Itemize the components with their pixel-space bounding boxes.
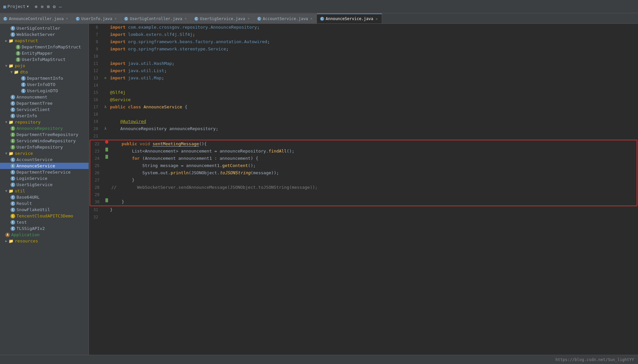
project-label[interactable]: ■ Project ▼ bbox=[3, 4, 29, 9]
minimize-icon[interactable]: — bbox=[59, 4, 62, 9]
sidebar-item-dept-tree-service[interactable]: C DepartmentTreeService bbox=[0, 169, 89, 175]
chevron-right-icon: ▶ bbox=[5, 39, 7, 42]
sidebar-item-tlssig[interactable]: C TLSSigAPIv2 bbox=[0, 225, 89, 232]
tabs-bar: C AnnounceController.java × C UserInfo.j… bbox=[0, 13, 638, 24]
sidebar-item-pojo[interactable]: ▼ 📁 pojo bbox=[0, 63, 89, 69]
file-c-icon: C bbox=[11, 107, 15, 112]
sidebar-item-login-service[interactable]: C LoginService bbox=[0, 175, 89, 182]
sidebar-item-websocket-server[interactable]: C WebSocketServer bbox=[0, 31, 89, 38]
sidebar-item-dept-mapstruct[interactable]: I DepartmentInfoMapStruct bbox=[0, 44, 89, 50]
sidebar-item-service-folder[interactable]: ▼ 📁 service bbox=[0, 150, 89, 156]
sidebar-item-dept-tree[interactable]: C DepartmentTree bbox=[0, 100, 89, 106]
tab-usersig-controller[interactable]: C UserSigController.java × bbox=[121, 14, 191, 23]
code-editor[interactable]: 6 import com.example.crossgov.repository… bbox=[89, 24, 638, 355]
file-i-icon: I bbox=[11, 145, 15, 150]
tab-icon-6: C bbox=[320, 17, 324, 21]
sidebar-item-userinfo-dto[interactable]: C UserInfoDTO bbox=[0, 81, 89, 88]
layout-icon[interactable]: ⊞ bbox=[47, 4, 49, 9]
globe-icon[interactable]: ⊕ bbox=[35, 4, 37, 9]
sidebar-label: AnnounceRepository bbox=[16, 126, 63, 131]
sidebar-item-service-client[interactable]: C ServiceClient bbox=[0, 106, 89, 113]
sidebar-item-announce-repo[interactable]: I AnnounceRepository bbox=[0, 125, 89, 131]
sidebar-label: LoginService bbox=[16, 176, 47, 181]
sidebar-item-account-service[interactable]: C AccountService bbox=[0, 156, 89, 163]
tab-announce-controller[interactable]: C AnnounceController.java × bbox=[0, 14, 72, 23]
sidebar-item-dept-repo[interactable]: I DepartmentTreeRepository bbox=[0, 131, 89, 138]
code-line-17: 17 λ public class AnnounceService { bbox=[89, 103, 638, 111]
file-c-icon: C bbox=[11, 176, 15, 181]
sidebar-item-userinfo-repo[interactable]: I UserInfoRepository bbox=[0, 144, 89, 150]
code-line-20: 20 λ AnnounceRepository announceReposito… bbox=[89, 125, 638, 132]
tab-userinfo[interactable]: C UserInfo.java × bbox=[72, 14, 121, 23]
code-line-23: 23 List<Announcement> announcement = ann… bbox=[90, 148, 637, 155]
tab-close-4[interactable]: × bbox=[247, 16, 250, 21]
file-c-icon: C bbox=[11, 157, 15, 162]
sidebar-item-base64url[interactable]: C Base64URL bbox=[0, 194, 89, 200]
sidebar-label: pojo bbox=[15, 63, 25, 68]
file-c-icon: C bbox=[21, 76, 26, 81]
sidebar-item-dto[interactable]: ▼ 📁 dto bbox=[0, 69, 89, 75]
sidebar-item-entity-mapper[interactable]: I EntityMapper bbox=[0, 50, 89, 56]
sidebar-item-usersig-controller[interactable]: C UserSigController bbox=[0, 25, 89, 31]
file-c-icon: C bbox=[11, 220, 15, 225]
tab-close-6[interactable]: × bbox=[375, 17, 378, 21]
file-i-icon: I bbox=[11, 132, 15, 137]
code-line-14: 14 bbox=[89, 82, 638, 89]
chevron-down-icon: ▼ bbox=[5, 152, 7, 155]
tab-account-service[interactable]: C AccountService.java × bbox=[254, 14, 317, 23]
sidebar-item-repository[interactable]: ▼ 📁 repository bbox=[0, 119, 89, 125]
code-content: 6 import com.example.crossgov.repository… bbox=[89, 24, 638, 221]
code-line-15: 15 @Slf4j bbox=[89, 89, 638, 96]
tab-close-3[interactable]: × bbox=[184, 16, 187, 21]
sidebar-label: UserLoginDTO bbox=[27, 88, 58, 93]
file-i-icon: I bbox=[11, 126, 15, 131]
highlighted-method-block: 22 public void sentMeetingMessage(){ 23 … bbox=[90, 140, 637, 206]
file-c-icon: C bbox=[11, 26, 15, 31]
sidebar-item-deptinfo[interactable]: C DepartmentInfo bbox=[0, 75, 89, 81]
file-c-icon: C bbox=[21, 82, 26, 87]
sidebar-item-userinfo-mapstruct[interactable]: I UserInfoMapStruct bbox=[0, 56, 89, 63]
file-c-icon: C bbox=[21, 89, 26, 93]
sidebar-item-mapstruct[interactable]: ▶ 📁 mapstruct bbox=[0, 38, 89, 44]
tab-close-1[interactable]: × bbox=[65, 16, 69, 21]
tab-usersig-service[interactable]: C UserSigService.java × bbox=[191, 14, 254, 23]
sidebar-item-util-folder[interactable]: ▼ 📁 util bbox=[0, 188, 89, 194]
sidebar-item-userinfo[interactable]: C UserInfo bbox=[0, 113, 89, 119]
main-area: C UserSigController C WebSocketServer ▶ … bbox=[0, 24, 638, 355]
sidebar-item-snowflake[interactable]: C SnowFlakeUtil bbox=[0, 207, 89, 213]
settings-icon[interactable]: ⚙ bbox=[53, 4, 56, 9]
sidebar-label: util bbox=[15, 188, 25, 193]
code-line-18: 18 bbox=[89, 111, 638, 118]
chevron-down-icon: ▼ bbox=[11, 70, 13, 74]
code-line-28: 28 // WebSocketServer.sendAnnounceMessag… bbox=[90, 184, 637, 191]
tab-label-2: UserInfo.java bbox=[81, 16, 112, 21]
sidebar-item-service-window-repo[interactable]: I ServiceWindowRepository bbox=[0, 138, 89, 144]
sidebar-item-announce-service[interactable]: C AnnounceService bbox=[0, 163, 89, 169]
bookmark-icon-3 bbox=[105, 198, 108, 202]
file-c-icon: C bbox=[11, 170, 15, 175]
sidebar-label: Base64URL bbox=[16, 195, 40, 200]
sidebar-item-result[interactable]: C Result bbox=[0, 200, 89, 207]
sidebar-label: EntityMapper bbox=[22, 51, 53, 56]
code-line-7: 7 import lombok.extern.slf4j.Slf4j; bbox=[89, 31, 638, 38]
tab-close-5[interactable]: × bbox=[310, 16, 313, 21]
sidebar-label: Result bbox=[16, 201, 32, 206]
code-line-16: 16 @Service bbox=[89, 96, 638, 103]
tab-announce-service[interactable]: C AnnounceService.java × bbox=[317, 14, 382, 23]
list-icon[interactable]: ≡ bbox=[41, 4, 43, 9]
sidebar-item-test[interactable]: C test bbox=[0, 219, 89, 225]
sidebar-item-resources[interactable]: ▶ 📁 resources bbox=[0, 238, 89, 244]
code-line-32: 32 bbox=[89, 213, 638, 221]
sidebar-item-userlogin-dto[interactable]: C UserLoginDTO bbox=[0, 88, 89, 94]
sidebar-item-application[interactable]: A Application bbox=[0, 232, 89, 238]
sidebar-label: mapstruct bbox=[15, 38, 38, 43]
code-line-29: 29 bbox=[90, 191, 637, 198]
file-i-icon: I bbox=[16, 57, 20, 62]
tab-label-1: AnnounceController.java bbox=[9, 16, 64, 21]
sidebar-item-announcement[interactable]: C Announcement bbox=[0, 94, 89, 100]
tab-close-2[interactable]: × bbox=[114, 16, 118, 21]
sidebar-item-tencent[interactable]: C TencentCloudAPITC3Demo bbox=[0, 213, 89, 219]
chevron-down-icon: ▼ bbox=[5, 64, 7, 68]
code-line-22: 22 public void sentMeetingMessage(){ bbox=[90, 140, 637, 148]
sidebar-item-usersig-service[interactable]: C UserSigService bbox=[0, 182, 89, 188]
